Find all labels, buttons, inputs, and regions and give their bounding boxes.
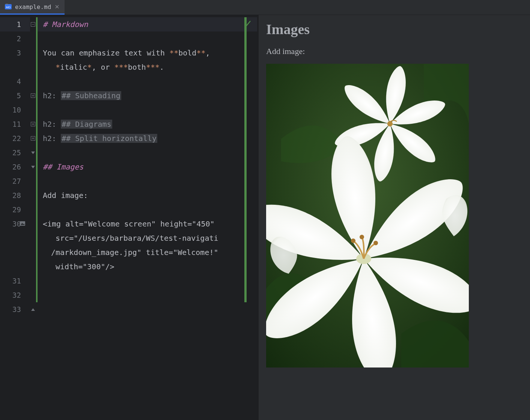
gutter: 12345101122252627282930313233 — [0, 15, 30, 420]
code-line[interactable]: /markdown_image.jpg" title="Welcome!" — [38, 245, 257, 260]
fold-region-start-icon[interactable] — [31, 152, 35, 154]
gutter-line-number: 22 — [0, 131, 30, 146]
fold-strip — [30, 15, 36, 420]
fold-cell[interactable] — [30, 117, 36, 131]
preview-image — [266, 64, 469, 368]
gutter-line-number: 28 — [0, 188, 30, 202]
fold-region-start-icon[interactable] — [31, 166, 35, 168]
fold-cell — [30, 260, 36, 274]
gutter-line-number: 3 — [0, 46, 30, 60]
fold-region-end-icon[interactable] — [31, 308, 35, 311]
code-line[interactable] — [38, 103, 257, 117]
fold-cell — [30, 202, 36, 217]
fold-cell[interactable] — [30, 17, 36, 32]
gutter-line-number: 27 — [0, 174, 30, 188]
fold-cell[interactable] — [30, 131, 36, 146]
code-line[interactable] — [38, 74, 257, 88]
fold-cell — [30, 60, 36, 74]
svg-point-9 — [360, 235, 364, 239]
fold-expand-icon[interactable] — [31, 136, 35, 141]
close-tab-icon[interactable] — [54, 4, 60, 10]
fold-cell — [30, 32, 36, 46]
fold-expand-icon[interactable] — [31, 93, 35, 98]
tab-filename: example.md — [15, 3, 51, 10]
code-line[interactable]: *italic*, or ***both***. — [38, 60, 257, 74]
fold-cell[interactable] — [30, 160, 36, 174]
gutter-line-number: 33 — [0, 302, 30, 316]
fold-cell — [30, 188, 36, 202]
gutter-line-number — [0, 60, 30, 74]
code-line[interactable]: width="300"/> — [38, 260, 257, 274]
folded-region-placeholder[interactable]: ## Subheading — [61, 91, 121, 100]
code-line[interactable]: h2: ## Subheading — [38, 88, 257, 103]
code-line[interactable] — [38, 274, 257, 288]
code-line[interactable] — [38, 146, 257, 160]
code-line[interactable]: Add image: — [38, 188, 257, 202]
gutter-line-number: 1 — [0, 17, 30, 32]
fold-cell[interactable] — [30, 88, 36, 103]
code-line[interactable] — [38, 202, 257, 217]
tab-bar: MD example.md — [0, 0, 530, 15]
preview-heading: Images — [266, 21, 522, 38]
markdown-file-icon: MD — [5, 3, 12, 10]
code-line[interactable] — [38, 32, 257, 46]
code-line[interactable]: # Markdown — [38, 17, 257, 32]
gutter-line-number: 2 — [0, 32, 30, 46]
fold-cell — [30, 46, 36, 60]
fold-cell — [30, 274, 36, 288]
folded-region-placeholder[interactable]: ## Split horizontally — [61, 134, 157, 143]
preview-text: Add image: — [266, 46, 522, 56]
gutter-line-number: 32 — [0, 288, 30, 302]
fold-cell — [30, 288, 36, 302]
fold-expand-icon[interactable] — [31, 122, 35, 126]
gutter-line-number: 26 — [0, 160, 30, 174]
gutter-line-number — [0, 245, 30, 260]
tab-example-md[interactable]: MD example.md — [0, 0, 65, 15]
svg-point-8 — [373, 241, 378, 245]
fold-cell — [30, 245, 36, 260]
gutter-line-number — [0, 231, 30, 245]
image-gutter-icon[interactable] — [20, 220, 26, 228]
code-line[interactable]: You can emphasize text with **bold**, — [38, 46, 257, 60]
code-line[interactable] — [38, 288, 257, 302]
svg-text:MD: MD — [6, 6, 11, 9]
preview-pane: Images Add image: — [259, 15, 530, 420]
gutter-line-number: 29 — [0, 202, 30, 217]
gutter-line-number: 25 — [0, 146, 30, 160]
fold-cell — [30, 74, 36, 88]
fold-cell — [30, 103, 36, 117]
change-marker-bar-right — [244, 17, 247, 302]
code-line[interactable]: h2: ## Split horizontally — [38, 131, 257, 146]
fold-cell — [30, 217, 36, 231]
code-line[interactable]: <img alt="Welcome screen" height="450" — [38, 217, 257, 231]
code-line[interactable]: src="/Users/barbara/WS/test-navigati — [38, 231, 257, 245]
editor-pane: 12345101122252627282930313233 # Markdown… — [0, 15, 257, 420]
fold-cell[interactable] — [30, 302, 36, 316]
gutter-line-number: 31 — [0, 274, 30, 288]
code-area[interactable]: # MarkdownYou can emphasize text with **… — [38, 15, 257, 420]
gutter-line-number: 30 — [0, 217, 30, 231]
gutter-line-number: 4 — [0, 74, 30, 88]
folded-region-placeholder[interactable]: ## Diagrams — [61, 120, 112, 129]
fold-cell — [30, 231, 36, 245]
fold-collapse-icon[interactable] — [31, 22, 35, 27]
code-line[interactable]: ## Images — [38, 160, 257, 174]
gutter-line-number: 10 — [0, 103, 30, 117]
code-line[interactable] — [38, 174, 257, 188]
fold-cell — [30, 174, 36, 188]
gutter-line-number — [0, 260, 30, 274]
fold-cell[interactable] — [30, 146, 36, 160]
svg-point-7 — [351, 238, 355, 243]
code-line[interactable] — [38, 302, 257, 316]
code-line[interactable]: h2: ## Diagrams — [38, 117, 257, 131]
gutter-line-number: 11 — [0, 117, 30, 131]
gutter-line-number: 5 — [0, 88, 30, 103]
